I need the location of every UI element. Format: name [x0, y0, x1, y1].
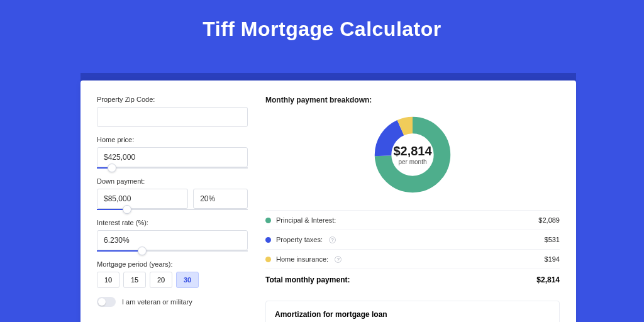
interest-rate-field: Interest rate (%): — [97, 219, 248, 252]
interest-rate-input[interactable] — [97, 230, 248, 250]
period-buttons: 10 15 20 30 — [97, 272, 248, 288]
period-btn-10[interactable]: 10 — [97, 272, 119, 288]
mortgage-period-field: Mortgage period (years): 10 15 20 30 — [97, 260, 248, 288]
line-label: Home insurance: — [276, 255, 328, 263]
line-item-insurance: Home insurance: ? $194 — [265, 249, 560, 269]
down-payment-pct-input[interactable] — [193, 189, 248, 209]
veteran-toggle-row: I am veteran or military — [97, 297, 248, 307]
breakdown-column: Monthly payment breakdown: $2,814 per mo… — [265, 96, 560, 322]
dot-icon — [265, 257, 271, 262]
page-title: Tiff Mortgage Calculator — [0, 0, 644, 52]
home-price-field: Home price: — [97, 136, 248, 169]
slider-thumb[interactable] — [138, 247, 147, 255]
line-label: Principal & Interest: — [276, 216, 336, 224]
veteran-label: I am veteran or military — [122, 298, 192, 306]
slider-thumb[interactable] — [108, 164, 116, 172]
period-btn-30[interactable]: 30 — [176, 272, 199, 288]
donut-sub: per month — [393, 158, 431, 165]
slider-fill — [97, 250, 142, 252]
slider-thumb[interactable] — [123, 205, 131, 214]
breakdown-title: Monthly payment breakdown: — [265, 96, 560, 104]
toggle-knob — [98, 298, 106, 306]
dot-icon — [265, 218, 271, 223]
dot-icon — [265, 237, 271, 243]
veteran-toggle[interactable] — [97, 297, 116, 307]
info-icon[interactable]: ? — [329, 236, 336, 243]
donut-amount: $2,814 — [393, 144, 431, 158]
amortization-title: Amortization for mortgage loan — [275, 310, 550, 319]
period-btn-20[interactable]: 20 — [150, 272, 172, 288]
period-btn-15[interactable]: 15 — [123, 272, 146, 288]
inputs-column: Property Zip Code: Home price: Down paym… — [97, 96, 248, 322]
total-value: $2,814 — [536, 275, 560, 284]
amortization-box: Amortization for mortgage loan Amortizat… — [265, 301, 560, 322]
interest-rate-label: Interest rate (%): — [97, 219, 248, 226]
calculator-panel: Property Zip Code: Home price: Down paym… — [80, 80, 576, 322]
down-payment-field: Down payment: — [97, 177, 248, 210]
down-payment-input[interactable] — [97, 189, 188, 209]
line-item-principal: Principal & Interest: $2,089 — [265, 210, 560, 230]
panel-shadow — [80, 73, 576, 80]
mortgage-period-label: Mortgage period (years): — [97, 260, 248, 268]
home-price-slider[interactable] — [97, 167, 248, 169]
zip-field: Property Zip Code: — [97, 96, 248, 127]
home-price-input[interactable] — [97, 147, 248, 167]
line-item-taxes: Property taxes: ? $531 — [265, 230, 560, 249]
home-price-label: Home price: — [97, 136, 248, 143]
zip-label: Property Zip Code: — [97, 96, 248, 103]
donut-chart: $2,814 per month — [265, 111, 560, 199]
line-value: $531 — [545, 236, 560, 243]
down-payment-slider[interactable] — [97, 209, 248, 210]
line-value: $194 — [545, 255, 560, 263]
total-row: Total monthly payment: $2,814 — [265, 269, 560, 291]
down-payment-label: Down payment: — [97, 177, 248, 185]
line-value: $2,089 — [538, 216, 560, 224]
line-label: Property taxes: — [276, 236, 323, 243]
interest-rate-slider[interactable] — [97, 250, 248, 252]
donut-center: $2,814 per month — [393, 144, 431, 165]
info-icon[interactable]: ? — [335, 256, 341, 263]
zip-input[interactable] — [97, 107, 248, 127]
total-label: Total monthly payment: — [265, 275, 350, 284]
